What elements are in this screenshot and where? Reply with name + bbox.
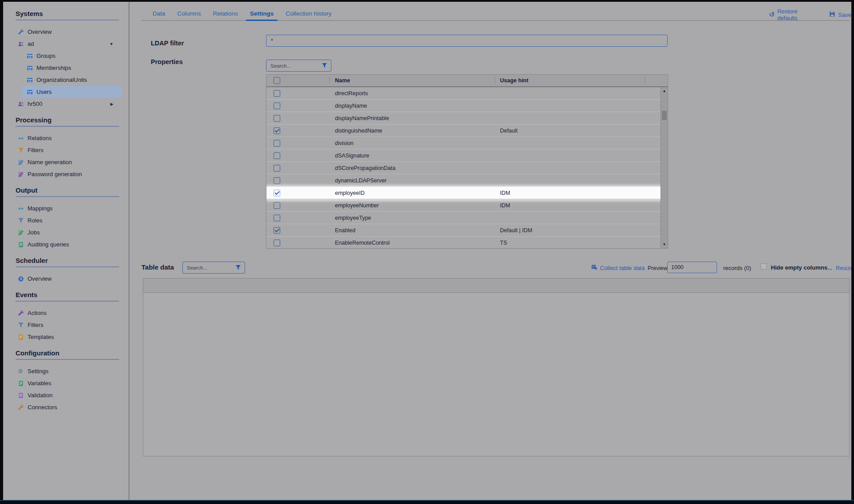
wrench-icon	[18, 29, 24, 35]
sidebar-item-label: Memberships	[36, 65, 71, 71]
scrollbar-thumb[interactable]	[662, 111, 667, 120]
select-all-checkbox[interactable]	[274, 77, 280, 84]
sidebar-item-label: Overview	[28, 275, 52, 282]
doc-icon	[18, 334, 24, 340]
tab-collection-history[interactable]: Collection history	[282, 7, 335, 20]
property-row-dynamicLDAPServer[interactable]: dynamicLDAPServer	[266, 174, 661, 187]
scroll-down-icon[interactable]: ▼	[661, 242, 668, 246]
funnel-icon	[18, 218, 24, 224]
chevron-down-icon[interactable]: ▼	[109, 42, 113, 46]
property-row-directReports[interactable]: directReports	[266, 87, 661, 100]
sidebar-item-organizationalunits[interactable]: OrganizationalUnits	[22, 74, 121, 86]
property-row-division[interactable]: division	[266, 137, 661, 149]
filter-icon[interactable]	[235, 265, 241, 270]
property-row-dSASignature[interactable]: dSASignature	[266, 149, 661, 162]
column-header-name[interactable]: Name	[335, 77, 350, 84]
table-data-search-input[interactable]	[183, 265, 235, 270]
property-row-displayName[interactable]: displayName	[266, 100, 661, 112]
column-header-usage-hint[interactable]: Usage hint	[500, 77, 528, 84]
tab-data[interactable]: Data	[149, 7, 169, 20]
restore-defaults-button[interactable]: ↺ Restore defaults	[769, 8, 818, 21]
ldap-filter-input[interactable]	[266, 35, 668, 47]
sidebar-item-label: Variables	[28, 380, 51, 387]
sidebar-item-settings[interactable]: ⚙Settings	[16, 365, 121, 377]
property-name: employeeType	[335, 215, 371, 221]
preview-count-input[interactable]	[667, 262, 717, 273]
sidebar-item-jobs[interactable]: Jobs	[16, 226, 121, 238]
sidebar-item-ad[interactable]: ad▼	[16, 38, 121, 50]
tab-columns[interactable]: Columns	[173, 7, 205, 20]
checkbox-unchecked[interactable]	[274, 202, 280, 209]
sidebar-item-relations[interactable]: Relations	[16, 132, 121, 144]
hide-empty-columns-checkbox[interactable]	[761, 263, 767, 270]
section-divider	[16, 126, 119, 127]
properties-table-body: directReportsdisplayNamedisplayNamePrint…	[266, 87, 661, 248]
checkbox-checked[interactable]	[274, 127, 280, 134]
property-row-distinguishedName[interactable]: distinguishedNameDefault	[266, 125, 661, 137]
preview-label: Preview	[648, 265, 667, 271]
app-window: SystemsOverviewad▼GroupsMembershipsOrgan…	[0, 0, 854, 504]
sidebar-item-label: Jobs	[28, 229, 40, 236]
tab-relations[interactable]: Relations	[209, 7, 242, 20]
chevron-right-icon[interactable]: ▶	[110, 102, 113, 106]
checkbox-unchecked[interactable]	[274, 165, 280, 171]
checkbox-unchecked[interactable]	[274, 102, 280, 109]
sidebar-item-validation[interactable]: Validation	[16, 389, 121, 401]
sidebar-section-configuration: Configuration⚙SettingsVariablesValidatio…	[16, 347, 121, 413]
property-row-employeeType[interactable]: employeeType	[266, 212, 661, 224]
sidebar-section-systems: SystemsOverviewad▼GroupsMembershipsOrgan…	[16, 8, 121, 110]
sidebar-item-variables[interactable]: Variables	[16, 377, 121, 389]
doc-icon	[18, 380, 24, 387]
resize-button[interactable]: ↔ Resize	[826, 264, 851, 272]
checkbox-unchecked[interactable]	[274, 140, 280, 146]
sidebar-item-users[interactable]: Users	[22, 86, 121, 98]
filter-icon[interactable]	[322, 63, 327, 69]
checkbox-unchecked[interactable]	[274, 214, 280, 221]
sidebar-item-label: Relations	[28, 135, 52, 141]
sidebar-item-groups[interactable]: Groups	[22, 50, 121, 62]
checkbox-checked[interactable]	[274, 190, 280, 196]
sidebar-section-title: Processing	[16, 114, 121, 126]
sidebar-item-overview[interactable]: Overview	[16, 26, 121, 38]
checkbox-checked[interactable]	[274, 227, 280, 234]
property-row-EnableRemoteControl[interactable]: EnableRemoteControlTS	[266, 237, 661, 248]
sidebar-item-password-generation[interactable]: Password generation	[16, 168, 121, 180]
sidebar-item-filters[interactable]: Filters	[16, 319, 121, 331]
checkbox-unchecked[interactable]	[274, 177, 280, 184]
sidebar-item-actions[interactable]: Actions	[16, 307, 121, 319]
checkbox-unchecked[interactable]	[274, 115, 280, 121]
sidebar-item-hr500[interactable]: hr500▶	[16, 98, 121, 110]
property-row-employeeNumber[interactable]: employeeNumberIDM	[266, 199, 661, 212]
sidebar-item-name-generation[interactable]: Name generation	[16, 156, 121, 168]
sidebar-item-mappings[interactable]: Mappings	[16, 202, 121, 214]
sidebar-item-templates[interactable]: Templates	[16, 331, 121, 343]
tab-settings[interactable]: Settings	[246, 7, 278, 21]
sidebar-section-title: Events	[16, 289, 121, 301]
sidebar-item-overview[interactable]: Overview	[16, 273, 121, 285]
properties-search-input[interactable]	[266, 63, 322, 69]
sidebar-item-label: Mappings	[28, 205, 52, 212]
property-row-Enabled[interactable]: EnabledDefault | IDM	[266, 224, 661, 237]
property-row-displayNamePrintable[interactable]: displayNamePrintable	[266, 112, 661, 125]
property-name: dSASignature	[335, 153, 369, 159]
checkbox-unchecked[interactable]	[274, 152, 280, 159]
sidebar-section-events: EventsActionsFiltersTemplates	[16, 289, 121, 343]
collect-table-data-button[interactable]: Collect table data	[591, 264, 645, 272]
properties-scrollbar[interactable]: ▲ ▼	[661, 87, 668, 248]
ldap-filter-label: LDAP filter	[151, 40, 184, 47]
scroll-up-icon[interactable]: ▲	[661, 89, 668, 93]
sidebar-item-filters[interactable]: Filters	[16, 144, 121, 156]
checkbox-unchecked[interactable]	[274, 90, 280, 97]
sidebar-item-auditing-queries[interactable]: Auditing queries	[16, 238, 121, 250]
section-divider	[16, 266, 119, 267]
sidebar-item-roles[interactable]: Roles	[16, 214, 121, 226]
property-row-employeeID[interactable]: employeeIDIDM	[266, 187, 661, 199]
sidebar-item-label: Name generation	[28, 159, 72, 165]
property-row-dSCorePropagationData[interactable]: dSCorePropagationData	[266, 162, 661, 174]
checkbox-unchecked[interactable]	[274, 239, 280, 246]
save-label: Save	[838, 12, 851, 18]
sidebar-item-memberships[interactable]: Memberships	[22, 62, 121, 74]
table-icon	[27, 89, 33, 95]
sidebar-item-connectors[interactable]: Connectors	[16, 401, 121, 413]
save-button[interactable]: Save	[829, 11, 851, 19]
